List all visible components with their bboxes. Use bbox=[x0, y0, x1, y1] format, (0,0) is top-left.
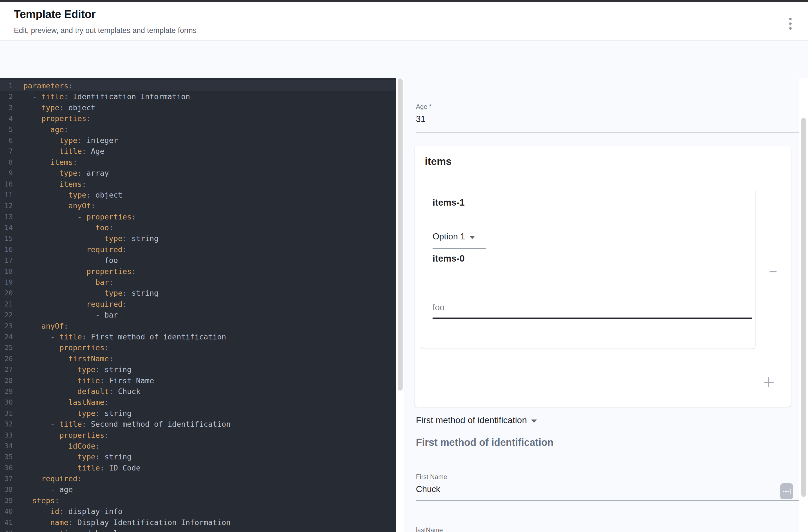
code-line: 13 - properties: bbox=[0, 211, 396, 222]
option-select-value: Option 1 bbox=[433, 232, 465, 242]
code-line: 5 age: bbox=[0, 124, 396, 135]
code-line: 25 properties: bbox=[0, 342, 396, 353]
code-line: 24 - title: First method of identificati… bbox=[0, 331, 396, 342]
code-line: 40 - id: display-info bbox=[0, 506, 396, 517]
method-section-heading: First method of identification bbox=[416, 437, 553, 448]
code-line: 27 type: string bbox=[0, 364, 396, 375]
last-name-label: lastName bbox=[416, 527, 443, 532]
code-line: 10 items: bbox=[0, 179, 396, 190]
editor-scrollbar-thumb[interactable] bbox=[398, 78, 403, 391]
foo-input[interactable]: foo bbox=[433, 303, 444, 312]
option-select[interactable]: Option 1 bbox=[433, 232, 475, 242]
foo-input-underline bbox=[433, 318, 752, 319]
code-line: 33 properties: bbox=[0, 430, 396, 440]
yaml-code-editor[interactable]: 1parameters:2 - title: Identification In… bbox=[0, 78, 396, 532]
kebab-menu-icon[interactable] bbox=[784, 15, 796, 32]
code-line: 11 type: object bbox=[0, 190, 396, 200]
page-header: Template Editor Edit, preview, and try o… bbox=[0, 2, 808, 41]
first-name-label: First Name bbox=[416, 473, 447, 481]
minus-icon bbox=[769, 271, 777, 272]
caret-down-icon bbox=[470, 236, 475, 239]
page-title: Template Editor bbox=[14, 8, 96, 20]
code-line: 34 idCode: bbox=[0, 440, 396, 451]
option-select-underline bbox=[433, 248, 486, 249]
code-line: 8 items: bbox=[0, 157, 396, 168]
page-scrollbar-thumb[interactable] bbox=[801, 118, 806, 497]
code-line: 31 type: string bbox=[0, 408, 396, 419]
code-line: 36 title: ID Code bbox=[0, 462, 396, 473]
items-card-title: items bbox=[425, 156, 452, 167]
code-line: 2 - title: Identification Information bbox=[0, 91, 396, 102]
code-line: 32 - title: Second method of identificat… bbox=[0, 419, 396, 430]
page-subtitle: Edit, preview, and try out templates and… bbox=[14, 26, 197, 35]
code-lines: 1parameters:2 - title: Identification In… bbox=[0, 80, 396, 532]
code-line: 21 required: bbox=[0, 299, 396, 309]
method-select-value: First method of identification bbox=[416, 415, 527, 425]
code-line: 39 steps: bbox=[0, 495, 396, 506]
code-line: 15 type: string bbox=[0, 233, 396, 244]
age-input[interactable]: 31 bbox=[416, 114, 425, 124]
code-line: 22 - bar bbox=[0, 309, 396, 320]
code-line: 30 lastName: bbox=[0, 397, 396, 407]
autofill-icon[interactable] bbox=[780, 483, 793, 499]
code-line: 4 properties: bbox=[0, 113, 396, 124]
code-line: 12 anyOf: bbox=[0, 200, 396, 211]
add-item-button[interactable] bbox=[759, 373, 778, 392]
age-input-underline bbox=[416, 132, 799, 132]
code-line: 14 foo: bbox=[0, 222, 396, 233]
code-line: 16 required: bbox=[0, 244, 396, 255]
sub-item-title: items-0 bbox=[433, 253, 465, 264]
template-editor-page: Template Editor Edit, preview, and try o… bbox=[0, 0, 808, 532]
code-line: 17 - foo bbox=[0, 255, 396, 266]
method-select[interactable]: First method of identification bbox=[416, 415, 537, 425]
first-name-input[interactable]: Chuck bbox=[416, 484, 440, 494]
code-line: 7 title: Age bbox=[0, 146, 396, 156]
code-line: 23 anyOf: bbox=[0, 321, 396, 331]
code-line: 9 type: array bbox=[0, 168, 396, 178]
code-line: 19 bar: bbox=[0, 277, 396, 288]
code-line: 28 title: First Name bbox=[0, 375, 396, 386]
window-top-strip bbox=[0, 0, 808, 2]
age-field-label: Age * bbox=[416, 103, 431, 111]
template-loader-section: Load Existing Template Identification Te… bbox=[0, 41, 808, 78]
code-line: 3 type: object bbox=[0, 102, 396, 113]
code-line: 29 default: Chuck bbox=[0, 386, 396, 397]
remove-item-button[interactable] bbox=[765, 265, 782, 279]
item-entry-title: items-1 bbox=[433, 197, 465, 208]
code-line: 42 action: debug:log bbox=[0, 528, 396, 532]
code-line: 1parameters: bbox=[0, 80, 396, 91]
caret-down-icon bbox=[531, 419, 537, 423]
method-select-underline bbox=[416, 430, 564, 430]
code-line: 38 - age bbox=[0, 484, 396, 495]
code-line: 18 - properties: bbox=[0, 266, 396, 277]
code-line: 20 type: string bbox=[0, 288, 396, 299]
code-line: 41 name: Display Identification Informat… bbox=[0, 517, 396, 528]
first-name-underline bbox=[416, 500, 799, 501]
code-line: 26 firstName: bbox=[0, 353, 396, 364]
code-line: 35 type: string bbox=[0, 451, 396, 462]
item-entry-card bbox=[421, 188, 755, 348]
code-line: 6 type: integer bbox=[0, 135, 396, 146]
code-line: 37 required: bbox=[0, 473, 396, 484]
